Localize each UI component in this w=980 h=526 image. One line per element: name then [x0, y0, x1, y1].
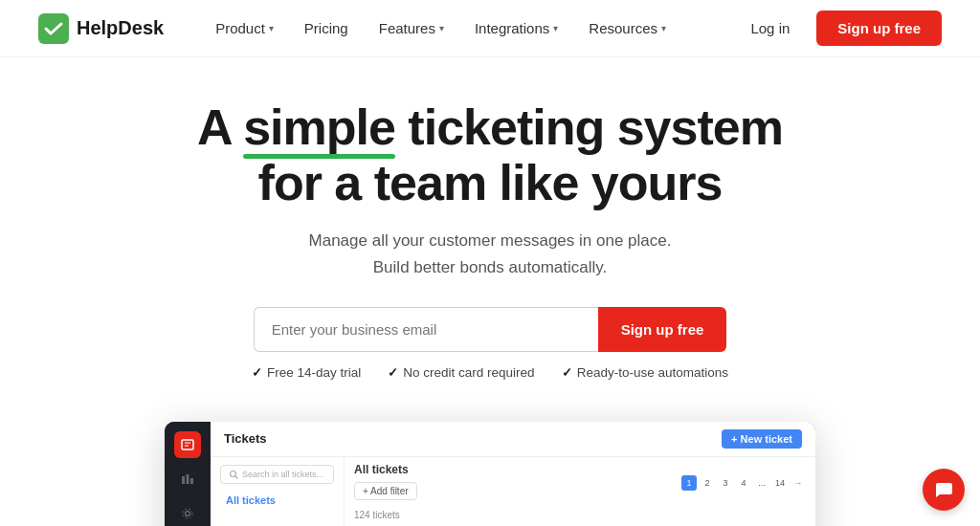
next-page-icon[interactable]: → [791, 475, 806, 491]
pagination: 1 2 3 4 ... 14 → [681, 475, 806, 491]
sidebar-tickets-icon [174, 431, 201, 458]
app-content: Search in all tickets... All tickets All… [211, 457, 815, 526]
nav-item-features[interactable]: Features ▾ [366, 12, 457, 44]
all-tickets-link[interactable]: All tickets [220, 492, 334, 509]
nav-right: Log in Sign up free [739, 11, 942, 46]
feature-item-no-cc: ✓ No credit card required [388, 365, 534, 380]
right-panel: All tickets + Add filter 1 2 3 4 ... 14 … [345, 457, 815, 526]
page-3[interactable]: 3 [718, 475, 733, 491]
svg-point-7 [186, 511, 190, 515]
feature-item-trial: ✓ Free 14-day trial [252, 365, 361, 380]
feature-item-automations: ✓ Ready-to-use automations [562, 365, 728, 380]
app-header: Tickets + New ticket [211, 422, 815, 457]
nav-item-resources[interactable]: Resources ▾ [575, 12, 679, 44]
svg-rect-0 [38, 13, 69, 44]
page-2[interactable]: 2 [700, 475, 715, 491]
page-ellipsis: ... [754, 475, 769, 491]
hero-signup-button[interactable]: Sign up free [598, 307, 727, 352]
search-placeholder: Search in all tickets... [242, 470, 323, 479]
check-icon: ✓ [562, 365, 572, 380]
page-4[interactable]: 4 [736, 475, 751, 491]
nav-item-product[interactable]: Product ▾ [202, 12, 287, 44]
nav-item-pricing[interactable]: Pricing [291, 12, 362, 44]
ticket-search[interactable]: Search in all tickets... [220, 465, 334, 484]
navbar: HelpDesk Product ▾ Pricing Features ▾ In… [0, 0, 980, 57]
nav-item-integrations[interactable]: Integrations ▾ [461, 12, 571, 44]
check-icon: ✓ [388, 365, 398, 380]
page-14[interactable]: 14 [772, 475, 788, 491]
svg-rect-1 [182, 440, 193, 449]
app-section-title: Tickets [224, 431, 267, 446]
features-row: ✓ Free 14-day trial ✓ No credit card req… [38, 365, 942, 380]
app-sidebar [165, 422, 211, 526]
chevron-down-icon: ▾ [439, 23, 444, 33]
app-main: Tickets + New ticket Search in all ticke… [211, 422, 815, 526]
svg-point-9 [231, 471, 236, 476]
all-tickets-header: All tickets [354, 463, 806, 476]
search-icon [229, 470, 238, 479]
sidebar-reports-icon [174, 466, 201, 493]
svg-line-10 [235, 476, 238, 479]
chevron-down-icon: ▾ [661, 23, 666, 33]
logo-text: HelpDesk [77, 17, 164, 39]
new-ticket-button[interactable]: + New ticket [722, 429, 802, 449]
check-icon: ✓ [252, 365, 262, 380]
svg-rect-5 [187, 474, 189, 484]
add-filter-button[interactable]: + Add filter [354, 482, 417, 500]
chevron-down-icon: ▾ [269, 23, 274, 33]
hero-section: A simple ticketing system for a team lik… [0, 57, 980, 403]
nav-signup-button[interactable]: Sign up free [816, 11, 942, 46]
logo[interactable]: HelpDesk [38, 13, 164, 44]
page-1[interactable]: 1 [681, 475, 697, 491]
svg-rect-6 [190, 478, 193, 484]
svg-rect-4 [182, 476, 185, 484]
app-preview: Tickets + New ticket Search in all ticke… [165, 422, 815, 526]
hero-subtext: Manage all your customer messages in one… [38, 228, 942, 279]
app-preview-container: Tickets + New ticket Search in all ticke… [0, 403, 980, 526]
svg-point-8 [183, 509, 192, 518]
nav-links: Product ▾ Pricing Features ▾ Integration… [202, 12, 739, 44]
chat-bubble[interactable] [923, 469, 965, 511]
ticket-count: 124 tickets [354, 510, 806, 520]
login-button[interactable]: Log in [739, 12, 801, 44]
hero-underline-word: simple [243, 99, 395, 155]
chat-icon [933, 479, 954, 500]
sidebar-settings-icon [174, 500, 201, 526]
left-panel: Search in all tickets... All tickets [211, 457, 345, 526]
chevron-down-icon: ▾ [553, 23, 558, 33]
hero-headline: A simple ticketing system for a team lik… [197, 99, 783, 210]
email-input[interactable] [254, 307, 598, 352]
email-form: Sign up free [38, 307, 942, 352]
